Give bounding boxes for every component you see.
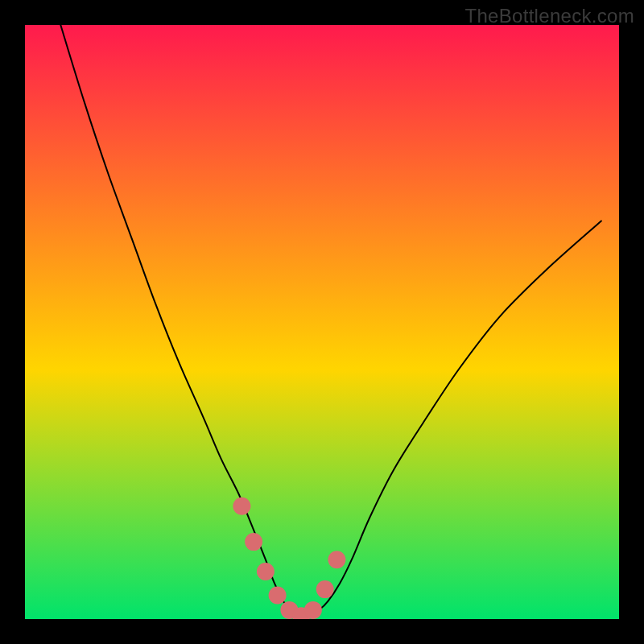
highlight-marker — [257, 563, 275, 580]
plot-background — [25, 25, 619, 619]
highlight-marker — [269, 587, 287, 605]
site-watermark: TheBottleneck.com — [464, 5, 634, 27]
bottleneck-plot — [25, 25, 619, 619]
highlight-marker — [304, 601, 322, 619]
highlight-marker — [233, 497, 250, 515]
highlight-marker — [316, 580, 334, 598]
highlight-marker — [328, 551, 345, 568]
chart-outer-frame: TheBottleneck.com — [0, 0, 644, 644]
highlight-marker — [245, 533, 262, 551]
